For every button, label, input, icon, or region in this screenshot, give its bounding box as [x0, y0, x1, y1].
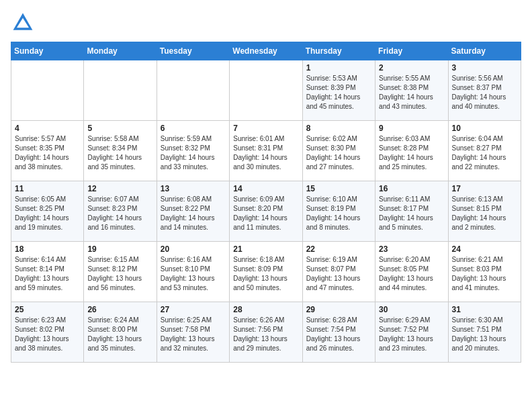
- calendar-cell: 2Sunrise: 5:55 AMSunset: 8:38 PMDaylight…: [375, 60, 448, 121]
- calendar-header: SundayMondayTuesdayWednesdayThursdayFrid…: [11, 42, 521, 60]
- calendar-cell: 22Sunrise: 6:19 AMSunset: 8:07 PMDayligh…: [302, 242, 375, 302]
- day-info: Sunrise: 5:53 AMSunset: 8:39 PMDaylight:…: [306, 74, 371, 111]
- day-info: Sunrise: 6:09 AMSunset: 8:20 PMDaylight:…: [233, 195, 298, 232]
- day-number: 1: [306, 63, 371, 73]
- calendar-cell: 29Sunrise: 6:28 AMSunset: 7:54 PMDayligh…: [302, 302, 375, 363]
- calendar-cell: 31Sunrise: 6:30 AMSunset: 7:51 PMDayligh…: [448, 302, 521, 363]
- day-number: 4: [15, 124, 80, 133]
- day-info: Sunrise: 6:14 AMSunset: 8:14 PMDaylight:…: [15, 255, 80, 293]
- calendar-cell: 27Sunrise: 6:25 AMSunset: 7:58 PMDayligh…: [157, 302, 229, 363]
- calendar-cell: 16Sunrise: 6:11 AMSunset: 8:17 PMDayligh…: [375, 181, 448, 242]
- day-number: 14: [233, 184, 298, 193]
- day-number: 5: [87, 124, 152, 133]
- day-info: Sunrise: 5:57 AMSunset: 8:35 PMDaylight:…: [15, 134, 80, 172]
- day-number: 24: [452, 244, 517, 254]
- day-number: 20: [161, 244, 226, 254]
- calendar-cell: 20Sunrise: 6:16 AMSunset: 8:10 PMDayligh…: [157, 242, 229, 302]
- day-info: Sunrise: 6:21 AMSunset: 8:03 PMDaylight:…: [452, 255, 517, 293]
- day-number: 12: [87, 184, 152, 193]
- day-number: 23: [379, 244, 444, 254]
- day-info: Sunrise: 6:02 AMSunset: 8:30 PMDaylight:…: [306, 134, 371, 172]
- day-info: Sunrise: 6:16 AMSunset: 8:10 PMDaylight:…: [161, 255, 226, 293]
- day-number: 31: [452, 305, 517, 314]
- day-number: 8: [306, 124, 371, 133]
- calendar-cell: [230, 60, 302, 121]
- day-info: Sunrise: 5:58 AMSunset: 8:34 PMDaylight:…: [87, 134, 152, 172]
- calendar-cell: 7Sunrise: 6:01 AMSunset: 8:31 PMDaylight…: [230, 121, 302, 181]
- day-info: Sunrise: 5:55 AMSunset: 8:38 PMDaylight:…: [379, 74, 444, 111]
- day-number: 19: [87, 244, 152, 254]
- day-number: 22: [306, 244, 371, 254]
- calendar-cell: 10Sunrise: 6:04 AMSunset: 8:27 PMDayligh…: [448, 121, 521, 181]
- day-info: Sunrise: 6:03 AMSunset: 8:28 PMDaylight:…: [379, 134, 444, 172]
- day-info: Sunrise: 6:24 AMSunset: 8:00 PMDaylight:…: [87, 316, 152, 353]
- day-number: 13: [161, 184, 226, 193]
- calendar-cell: 5Sunrise: 5:58 AMSunset: 8:34 PMDaylight…: [84, 121, 157, 181]
- calendar-table: SundayMondayTuesdayWednesdayThursdayFrid…: [11, 42, 521, 363]
- day-info: Sunrise: 5:56 AMSunset: 8:37 PMDaylight:…: [452, 74, 517, 111]
- day-number: 16: [379, 184, 444, 193]
- weekday-header-saturday: Saturday: [448, 42, 521, 60]
- calendar-cell: [157, 60, 229, 121]
- calendar-cell: 14Sunrise: 6:09 AMSunset: 8:20 PMDayligh…: [230, 181, 302, 242]
- day-number: 17: [452, 184, 517, 193]
- weekday-header-thursday: Thursday: [302, 42, 375, 60]
- calendar-cell: 6Sunrise: 5:59 AMSunset: 8:32 PMDaylight…: [157, 121, 229, 181]
- day-info: Sunrise: 6:20 AMSunset: 8:05 PMDaylight:…: [379, 255, 444, 293]
- calendar-cell: [11, 60, 84, 121]
- calendar-week-row: 25Sunrise: 6:23 AMSunset: 8:02 PMDayligh…: [11, 302, 521, 363]
- day-number: 18: [15, 244, 80, 254]
- calendar-cell: 28Sunrise: 6:26 AMSunset: 7:56 PMDayligh…: [230, 302, 302, 363]
- day-info: Sunrise: 6:07 AMSunset: 8:23 PMDaylight:…: [87, 195, 152, 232]
- day-number: 6: [161, 124, 226, 133]
- day-info: Sunrise: 6:19 AMSunset: 8:07 PMDaylight:…: [306, 255, 371, 293]
- calendar-cell: 13Sunrise: 6:08 AMSunset: 8:22 PMDayligh…: [157, 181, 229, 242]
- day-number: 11: [15, 184, 80, 193]
- calendar-cell: 11Sunrise: 6:05 AMSunset: 8:25 PMDayligh…: [11, 181, 84, 242]
- day-info: Sunrise: 6:05 AMSunset: 8:25 PMDaylight:…: [15, 195, 80, 232]
- calendar-cell: 19Sunrise: 6:15 AMSunset: 8:12 PMDayligh…: [84, 242, 157, 302]
- day-number: 3: [452, 63, 517, 73]
- page-header: [11, 11, 521, 35]
- calendar-cell: 30Sunrise: 6:29 AMSunset: 7:52 PMDayligh…: [375, 302, 448, 363]
- day-number: 29: [306, 305, 371, 314]
- weekday-header-friday: Friday: [375, 42, 448, 60]
- day-info: Sunrise: 6:10 AMSunset: 8:19 PMDaylight:…: [306, 195, 371, 232]
- day-info: Sunrise: 6:18 AMSunset: 8:09 PMDaylight:…: [233, 255, 298, 293]
- calendar-cell: 9Sunrise: 6:03 AMSunset: 8:28 PMDaylight…: [375, 121, 448, 181]
- day-info: Sunrise: 5:59 AMSunset: 8:32 PMDaylight:…: [161, 134, 226, 172]
- day-info: Sunrise: 6:13 AMSunset: 8:15 PMDaylight:…: [452, 195, 517, 232]
- calendar-cell: 25Sunrise: 6:23 AMSunset: 8:02 PMDayligh…: [11, 302, 84, 363]
- weekday-header-wednesday: Wednesday: [230, 42, 302, 60]
- day-number: 10: [452, 124, 517, 133]
- calendar-cell: 12Sunrise: 6:07 AMSunset: 8:23 PMDayligh…: [84, 181, 157, 242]
- calendar-cell: 18Sunrise: 6:14 AMSunset: 8:14 PMDayligh…: [11, 242, 84, 302]
- day-info: Sunrise: 6:08 AMSunset: 8:22 PMDaylight:…: [161, 195, 226, 232]
- day-number: 21: [233, 244, 298, 254]
- calendar-cell: [84, 60, 157, 121]
- weekday-header-row: SundayMondayTuesdayWednesdayThursdayFrid…: [11, 42, 521, 60]
- calendar-cell: 8Sunrise: 6:02 AMSunset: 8:30 PMDaylight…: [302, 121, 375, 181]
- logo-icon: [11, 11, 35, 35]
- day-info: Sunrise: 6:25 AMSunset: 7:58 PMDaylight:…: [161, 316, 226, 353]
- weekday-header-monday: Monday: [84, 42, 157, 60]
- day-number: 26: [87, 305, 152, 314]
- day-info: Sunrise: 6:30 AMSunset: 7:51 PMDaylight:…: [452, 316, 517, 353]
- calendar-cell: 21Sunrise: 6:18 AMSunset: 8:09 PMDayligh…: [230, 242, 302, 302]
- logo: [11, 11, 38, 35]
- day-info: Sunrise: 6:26 AMSunset: 7:56 PMDaylight:…: [233, 316, 298, 353]
- day-number: 28: [233, 305, 298, 314]
- calendar-cell: 26Sunrise: 6:24 AMSunset: 8:00 PMDayligh…: [84, 302, 157, 363]
- calendar-body: 1Sunrise: 5:53 AMSunset: 8:39 PMDaylight…: [11, 60, 521, 363]
- calendar-cell: 17Sunrise: 6:13 AMSunset: 8:15 PMDayligh…: [448, 181, 521, 242]
- day-info: Sunrise: 6:04 AMSunset: 8:27 PMDaylight:…: [452, 134, 517, 172]
- calendar-cell: 1Sunrise: 5:53 AMSunset: 8:39 PMDaylight…: [302, 60, 375, 121]
- day-info: Sunrise: 6:15 AMSunset: 8:12 PMDaylight:…: [87, 255, 152, 293]
- calendar-cell: 15Sunrise: 6:10 AMSunset: 8:19 PMDayligh…: [302, 181, 375, 242]
- day-number: 27: [161, 305, 226, 314]
- day-number: 9: [379, 124, 444, 133]
- day-info: Sunrise: 6:23 AMSunset: 8:02 PMDaylight:…: [15, 316, 80, 353]
- day-number: 30: [379, 305, 444, 314]
- day-info: Sunrise: 6:11 AMSunset: 8:17 PMDaylight:…: [379, 195, 444, 232]
- calendar-week-row: 1Sunrise: 5:53 AMSunset: 8:39 PMDaylight…: [11, 60, 521, 121]
